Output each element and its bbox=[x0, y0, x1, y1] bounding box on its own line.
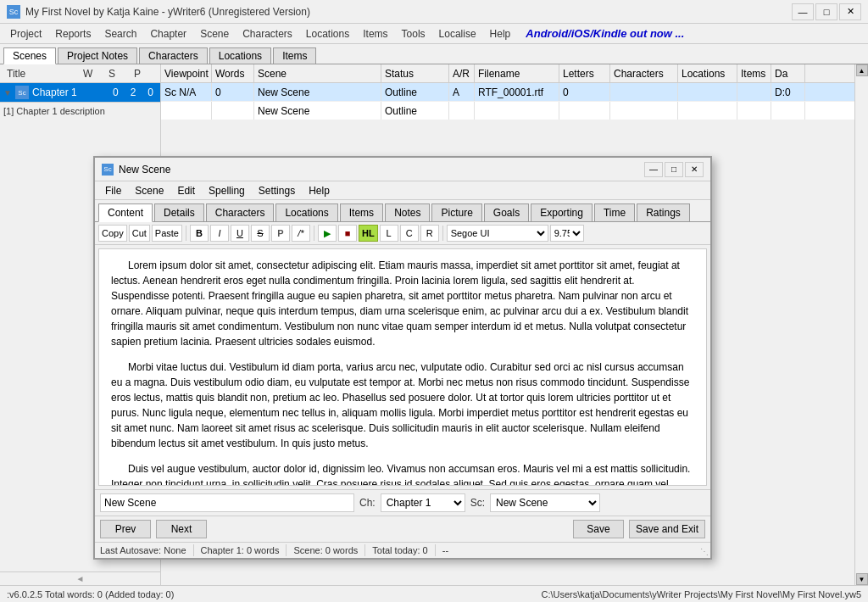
scene-name-bar: Ch: Chapter 1 Sc: New Scene bbox=[95, 489, 710, 516]
tab-items[interactable]: Items bbox=[273, 47, 316, 64]
tab-scenes[interactable]: Scenes bbox=[3, 47, 56, 64]
tab-locations[interactable]: Locations bbox=[209, 47, 271, 64]
col-words-header: Words bbox=[212, 64, 254, 82]
scene-select[interactable]: New Scene bbox=[490, 493, 600, 512]
dialog-tab-items[interactable]: Items bbox=[340, 203, 383, 221]
highlight-button[interactable]: HL bbox=[359, 225, 378, 242]
tab-characters[interactable]: Characters bbox=[139, 47, 208, 64]
paste-button[interactable]: Paste bbox=[152, 225, 182, 242]
cell-viewpoint-1 bbox=[161, 102, 212, 120]
dialog-tab-details[interactable]: Details bbox=[154, 203, 204, 221]
scroll-down-btn[interactable]: ▼ bbox=[856, 573, 868, 585]
strikethrough-button[interactable]: S bbox=[251, 225, 270, 242]
dialog-tab-time[interactable]: Time bbox=[594, 203, 635, 221]
bold-button[interactable]: B bbox=[190, 225, 209, 242]
dialog-tab-characters[interactable]: Characters bbox=[206, 203, 275, 221]
menu-search[interactable]: Search bbox=[97, 26, 143, 42]
col-s-header: S bbox=[105, 68, 131, 80]
dialog-tab-exporting[interactable]: Exporting bbox=[531, 203, 593, 221]
cell-scene-0: New Scene bbox=[254, 83, 381, 101]
cut-button[interactable]: Cut bbox=[129, 225, 150, 242]
menu-help[interactable]: Help bbox=[483, 26, 518, 42]
sep-4 bbox=[435, 544, 436, 556]
dialog-tab-content[interactable]: Content bbox=[98, 203, 153, 222]
maximize-button[interactable]: □ bbox=[815, 3, 837, 20]
dialog-menu-edit[interactable]: Edit bbox=[170, 183, 202, 198]
scene-name-input[interactable] bbox=[100, 493, 354, 512]
cell-filename-1 bbox=[475, 102, 559, 120]
table-row[interactable]: New Scene Outline bbox=[161, 102, 854, 120]
cell-viewpoint-0: Sc N/A bbox=[161, 83, 212, 101]
menu-chapter[interactable]: Chapter bbox=[143, 26, 193, 42]
dialog-controls: — □ ✕ bbox=[644, 162, 704, 177]
dialog-tab-notes[interactable]: Notes bbox=[385, 203, 430, 221]
cell-items-1 bbox=[737, 102, 771, 120]
menu-tools[interactable]: Tools bbox=[395, 26, 432, 42]
close-button[interactable]: ✕ bbox=[839, 3, 861, 20]
dialog-minimize-button[interactable]: — bbox=[644, 162, 663, 177]
resize-handle[interactable]: ⋱ bbox=[700, 547, 709, 556]
autosave-status: Last Autosave: None bbox=[100, 545, 186, 555]
scroll-left-indicator[interactable]: ◄ bbox=[0, 571, 160, 585]
editor-para-3: Duis vel augue vestibulum, auctor dolor … bbox=[111, 461, 694, 486]
menu-locations[interactable]: Locations bbox=[299, 26, 356, 42]
cell-da-1 bbox=[771, 102, 805, 120]
align-left-button[interactable]: L bbox=[380, 225, 398, 242]
save-and-exit-button[interactable]: Save and Exit bbox=[629, 520, 705, 538]
menu-characters[interactable]: Characters bbox=[236, 26, 299, 42]
dialog-title: New Scene bbox=[119, 164, 644, 176]
menu-project[interactable]: Project bbox=[3, 26, 48, 42]
chapter-1-s: 2 bbox=[131, 86, 136, 98]
separator-2 bbox=[314, 226, 314, 241]
italic-button[interactable]: I bbox=[210, 225, 229, 242]
cell-items-0 bbox=[737, 83, 771, 101]
dialog-icon: Sc bbox=[102, 164, 114, 176]
dialog-menu: File Scene Edit Spelling Settings Help bbox=[95, 181, 710, 200]
dialog-tab-picture[interactable]: Picture bbox=[431, 203, 481, 221]
sc-label: Sc: bbox=[470, 497, 485, 509]
dialog-tab-ratings[interactable]: Ratings bbox=[637, 203, 690, 221]
menu-reports[interactable]: Reports bbox=[48, 26, 97, 42]
dialog-tab-locations[interactable]: Locations bbox=[275, 203, 337, 221]
table-row[interactable]: Sc N/A 0 New Scene Outline A RTF_00001.r… bbox=[161, 83, 854, 102]
col-letters-header: Letters bbox=[559, 64, 610, 82]
editor-para-1: Lorem ipsum dolor sit amet, consectetur … bbox=[111, 258, 694, 349]
dialog-close-button[interactable]: ✕ bbox=[685, 162, 704, 177]
align-center-button[interactable]: C bbox=[400, 225, 419, 242]
underline-button[interactable]: U bbox=[231, 225, 249, 242]
play-button[interactable]: ▶ bbox=[318, 225, 337, 242]
chapter-select[interactable]: Chapter 1 bbox=[381, 493, 465, 512]
save-button[interactable]: Save bbox=[573, 520, 624, 538]
dialog-menu-settings[interactable]: Settings bbox=[252, 183, 302, 198]
minimize-button[interactable]: — bbox=[792, 3, 814, 20]
next-button[interactable]: Next bbox=[156, 520, 207, 538]
font-name-select[interactable]: Segoe UI bbox=[447, 225, 548, 242]
align-right-button[interactable]: R bbox=[420, 225, 439, 242]
cell-letters-0: 0 bbox=[559, 83, 610, 101]
menu-scene[interactable]: Scene bbox=[193, 26, 236, 42]
dialog-menu-spelling[interactable]: Spelling bbox=[202, 183, 252, 198]
font-size-select[interactable]: 9.75 bbox=[550, 225, 584, 242]
tab-project-notes[interactable]: Project Notes bbox=[58, 47, 137, 64]
editor-area[interactable]: Lorem ipsum dolor sit amet, consectetur … bbox=[98, 248, 707, 486]
plain-button[interactable]: P bbox=[271, 225, 290, 242]
prev-button[interactable]: Prev bbox=[100, 520, 151, 538]
dialog-tab-goals[interactable]: Goals bbox=[484, 203, 529, 221]
scene-words-status: Scene: 0 words bbox=[293, 545, 358, 555]
chapter-1-row[interactable]: ▼ Sc Chapter 1 0 2 0 bbox=[0, 83, 160, 102]
dialog-menu-file[interactable]: File bbox=[98, 183, 128, 198]
table-body: Sc N/A 0 New Scene Outline A RTF_00001.r… bbox=[161, 83, 854, 120]
dialog-menu-help[interactable]: Help bbox=[302, 183, 337, 198]
cell-status-1: Outline bbox=[381, 102, 449, 120]
scroll-up-btn[interactable]: ▲ bbox=[856, 64, 868, 76]
right-scrollbar[interactable]: ▲ ▼ bbox=[854, 64, 868, 585]
menu-localise[interactable]: Localise bbox=[432, 26, 483, 42]
record-button[interactable]: ■ bbox=[338, 225, 357, 242]
code-button[interactable]: /* bbox=[292, 225, 310, 242]
sep-1 bbox=[193, 544, 194, 556]
menu-items[interactable]: Items bbox=[356, 26, 394, 42]
dialog-menu-scene[interactable]: Scene bbox=[128, 183, 170, 198]
copy-button[interactable]: Copy bbox=[98, 225, 127, 242]
cell-filename-0: RTF_00001.rtf bbox=[475, 83, 559, 101]
dialog-maximize-button[interactable]: □ bbox=[665, 162, 683, 177]
